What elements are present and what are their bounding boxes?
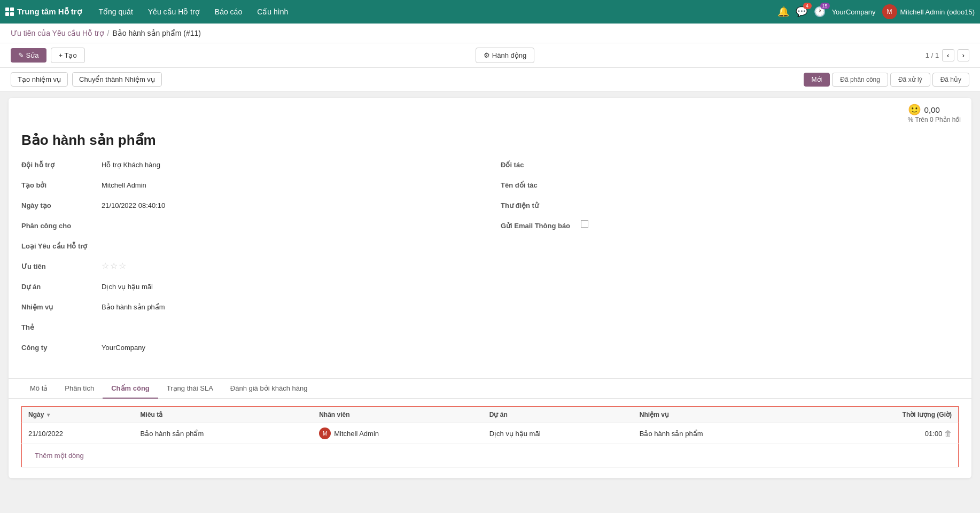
grid-icon xyxy=(5,7,14,16)
stage-processed[interactable]: Đã xử lý xyxy=(890,73,930,87)
stage-new[interactable]: Mới xyxy=(804,73,830,87)
app-name: Trung tâm Hỗ trợ xyxy=(17,7,82,17)
label-gui-email: Gửi Email Thông báo xyxy=(501,220,581,230)
menu-cau-hinh[interactable]: Cấu hình xyxy=(251,4,294,19)
value-ten-doi-tac[interactable] xyxy=(581,180,948,181)
sort-icon: ▼ xyxy=(46,412,51,418)
value-nhiem-vu: Bảo hành sản phẩm xyxy=(102,301,479,311)
star-1[interactable]: ☆ xyxy=(102,261,109,271)
label-doi-ho-tro: Đội hỗ trợ xyxy=(21,159,102,169)
label-thu-dien-tu: Thư điện tử xyxy=(501,200,581,209)
cell-task: Bảo hành sản phẩm xyxy=(633,423,812,444)
menu-yeu-cau[interactable]: Yêu cầu Hỗ trợ xyxy=(142,4,206,19)
tab-phan-tich[interactable]: Phân tích xyxy=(56,379,103,399)
field-doi-tac: Đối tác xyxy=(501,159,948,174)
prev-button[interactable]: ‹ xyxy=(942,49,954,61)
label-phan-cong-cho: Phân công cho xyxy=(21,220,102,230)
tabs-bar: Mô tả Phân tích Chấm công Trạng thái SLA… xyxy=(9,378,971,399)
action-button[interactable]: ⚙ Hành động xyxy=(476,48,534,63)
activity-icon[interactable]: 🕐 15 xyxy=(814,6,826,18)
form-body: Bảo hành sản phẩm Đội hỗ trợ Hỗ trợ Khác… xyxy=(9,123,971,373)
add-row-tr: Thêm một dòng xyxy=(22,444,959,468)
col-mieu-ta: Miêu tả xyxy=(134,407,313,423)
activity-badge: 15 xyxy=(820,3,830,9)
star-3[interactable]: ☆ xyxy=(119,261,126,271)
chat-badge: 4 xyxy=(803,3,812,9)
app-logo[interactable]: Trung tâm Hỗ trợ xyxy=(5,7,82,17)
table-row: 21/10/2022 Bảo hành sản phẩm M Mitchell … xyxy=(22,423,959,444)
user-avatar: M xyxy=(882,4,897,19)
label-ngay-tao: Ngày tạo xyxy=(21,200,102,209)
col-ngay[interactable]: Ngày ▼ xyxy=(22,407,134,423)
star-2[interactable]: ☆ xyxy=(110,261,118,271)
stage-cancelled[interactable]: Đã hủy xyxy=(932,73,969,87)
field-ngay-tao: Ngày tạo 21/10/2022 08:40:10 xyxy=(21,200,479,215)
field-thu-dien-tu: Thư điện tử xyxy=(501,200,948,215)
table-header-row: Ngày ▼ Miêu tả Nhân viên Dự án Nhiệm vụ … xyxy=(22,407,959,423)
label-cong-ty: Công ty xyxy=(21,342,102,352)
field-doi-ho-tro: Đội hỗ trợ Hỗ trợ Khách hàng xyxy=(21,159,479,174)
user-name: Mitchell Admin (odoo15) xyxy=(900,8,975,16)
top-navigation: Trung tâm Hỗ trợ Tổng quát Yêu cầu Hỗ tr… xyxy=(0,0,980,24)
chat-icon[interactable]: 💬 4 xyxy=(796,6,807,18)
label-ten-doi-tac: Tên đối tác xyxy=(501,180,581,189)
tab-danh-gia[interactable]: Đánh giá bởi khách hàng xyxy=(222,379,316,399)
field-phan-cong-cho: Phân công cho xyxy=(21,220,479,235)
company-name: YourCompany xyxy=(832,8,876,16)
stage-assigned[interactable]: Đã phân công xyxy=(832,73,888,87)
priority-stars[interactable]: ☆ ☆ ☆ xyxy=(102,261,126,271)
value-loai-yeu-cau[interactable] xyxy=(102,240,479,242)
value-the[interactable] xyxy=(102,322,479,323)
value-doi-tac[interactable] xyxy=(581,159,948,161)
col-du-an: Dự án xyxy=(483,407,633,423)
cell-project: Dịch vụ hậu mãi xyxy=(483,423,633,444)
edit-button[interactable]: ✎ Sửa xyxy=(11,48,46,63)
field-cong-ty: Công ty YourCompany xyxy=(21,342,479,357)
menu-tong-quat[interactable]: Tổng quát xyxy=(92,4,139,19)
create-task-button[interactable]: Tạo nhiệm vụ xyxy=(11,72,68,87)
timesheet-table: Ngày ▼ Miêu tả Nhân viên Dự án Nhiệm vụ … xyxy=(21,406,959,468)
convert-task-button[interactable]: Chuyển thành Nhiệm vụ xyxy=(72,72,162,87)
value-phan-cong-cho[interactable] xyxy=(102,220,479,222)
tab-cham-cong[interactable]: Chấm công xyxy=(103,379,158,399)
stage-pipeline: Mới Đã phân công Đã xử lý Đã hủy xyxy=(804,73,969,87)
rating-label: % Trên 0 Phản hồi xyxy=(908,116,961,123)
cell-duration: 01:00 🗑 xyxy=(812,423,958,444)
field-uu-tien: Ưu tiên ☆ ☆ ☆ xyxy=(21,261,479,276)
col-nhan-vien: Nhân viên xyxy=(313,407,483,423)
bell-icon[interactable]: 🔔 xyxy=(777,6,789,18)
action-bar: ✎ Sửa + Tạo ⚙ Hành động 1 / 1 ‹ › xyxy=(0,43,980,68)
employee-avatar: M xyxy=(319,428,331,439)
tab-trang-thai-sla[interactable]: Trạng thái SLA xyxy=(158,379,222,399)
field-tao-boi: Tạo bởi Mitchell Admin xyxy=(21,180,479,195)
field-du-an: Dự án Dịch vụ hậu mãi xyxy=(21,281,479,296)
employee-name: Mitchell Admin xyxy=(334,430,379,438)
value-thu-dien-tu[interactable] xyxy=(581,200,948,201)
next-button[interactable]: › xyxy=(958,49,969,61)
delete-row-icon[interactable]: 🗑 xyxy=(944,429,952,438)
add-row-button[interactable]: Thêm một dòng xyxy=(28,448,952,463)
create-button[interactable]: + Tạo xyxy=(51,48,85,63)
record-title: Bảo hành sản phẩm xyxy=(21,132,959,149)
field-the: Thẻ xyxy=(21,322,479,337)
user-info[interactable]: M Mitchell Admin (odoo15) xyxy=(882,4,975,19)
gui-email-checkbox[interactable] xyxy=(581,220,588,228)
label-uu-tien: Ưu tiên xyxy=(21,261,102,270)
form-right: Đối tác Tên đối tác Thư điện tử Gửi Emai… xyxy=(490,159,959,362)
breadcrumb: Ưu tiên của Yêu cầu Hỗ trợ / Bảo hành sả… xyxy=(0,24,980,43)
menu-bao-cao[interactable]: Báo cáo xyxy=(208,4,248,19)
value-tao-boi: Mitchell Admin xyxy=(102,180,479,189)
rating-bar: 🙂 0,00 % Trên 0 Phản hồi xyxy=(9,98,971,123)
value-doi-ho-tro: Hỗ trợ Khách hàng xyxy=(102,159,479,169)
field-ten-doi-tac: Tên đối tác xyxy=(501,180,948,195)
field-gui-email: Gửi Email Thông báo xyxy=(501,220,948,235)
label-du-an: Dự án xyxy=(21,281,102,291)
col-nhiem-vu: Nhiệm vụ xyxy=(633,407,812,423)
label-doi-tac: Đối tác xyxy=(501,159,581,169)
pagination-text: 1 / 1 xyxy=(925,51,939,59)
field-loai-yeu-cau: Loại Yêu cầu Hỗ trợ xyxy=(21,240,479,255)
breadcrumb-parent[interactable]: Ưu tiên của Yêu cầu Hỗ trợ xyxy=(11,29,104,37)
form-fields: Đội hỗ trợ Hỗ trợ Khách hàng Tạo bởi Mit… xyxy=(21,159,959,362)
tab-mo-ta[interactable]: Mô tả xyxy=(21,379,56,399)
label-nhiem-vu: Nhiệm vụ xyxy=(21,301,102,311)
